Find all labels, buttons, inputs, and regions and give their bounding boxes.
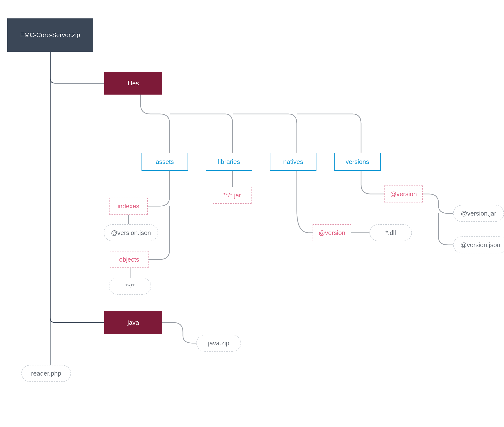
objects-label: objects xyxy=(119,256,139,263)
libraries-node: libraries xyxy=(206,153,252,171)
natives-version-node: @version xyxy=(313,224,351,241)
files-node: files xyxy=(104,72,162,95)
assets-node: assets xyxy=(142,153,188,171)
assets-label: assets xyxy=(156,158,174,166)
indexes-file-node: @version.json xyxy=(104,224,158,241)
natives-dll-label: *.dll xyxy=(386,229,396,237)
natives-dll-node: *.dll xyxy=(370,224,412,241)
libraries-file-label: **/*.jar xyxy=(223,192,241,199)
libraries-file-node: **/*.jar xyxy=(213,187,252,204)
objects-node: objects xyxy=(110,251,149,268)
natives-label: natives xyxy=(283,158,303,166)
versions-label: versions xyxy=(346,158,369,166)
natives-node: natives xyxy=(270,153,316,171)
reader-label: reader.php xyxy=(31,370,61,377)
root-label: EMC-Core-Server.zip xyxy=(20,31,80,39)
libraries-label: libraries xyxy=(218,158,240,166)
indexes-node: indexes xyxy=(109,198,148,215)
indexes-label: indexes xyxy=(118,202,139,210)
java-zip-node: java.zip xyxy=(196,335,241,352)
java-node: java xyxy=(104,311,162,334)
versions-json-node: @version.json xyxy=(453,236,504,253)
versions-version-label: @version xyxy=(390,190,417,198)
versions-json-label: @version.json xyxy=(460,241,500,249)
indexes-file-label: @version.json xyxy=(111,229,151,237)
objects-file-label: **/* xyxy=(126,282,135,290)
objects-file-node: **/* xyxy=(109,278,151,295)
java-zip-label: java.zip xyxy=(208,339,229,347)
files-label: files xyxy=(128,80,139,87)
connectors xyxy=(0,0,504,427)
reader-node: reader.php xyxy=(21,365,71,382)
versions-node: versions xyxy=(334,153,381,171)
versions-version-node: @version xyxy=(384,185,423,202)
versions-jar-label: @version.jar xyxy=(461,210,496,217)
natives-version-label: @version xyxy=(319,229,345,237)
java-label: java xyxy=(127,319,139,326)
versions-jar-node: @version.jar xyxy=(453,205,504,222)
root-node: EMC-Core-Server.zip xyxy=(7,18,93,52)
